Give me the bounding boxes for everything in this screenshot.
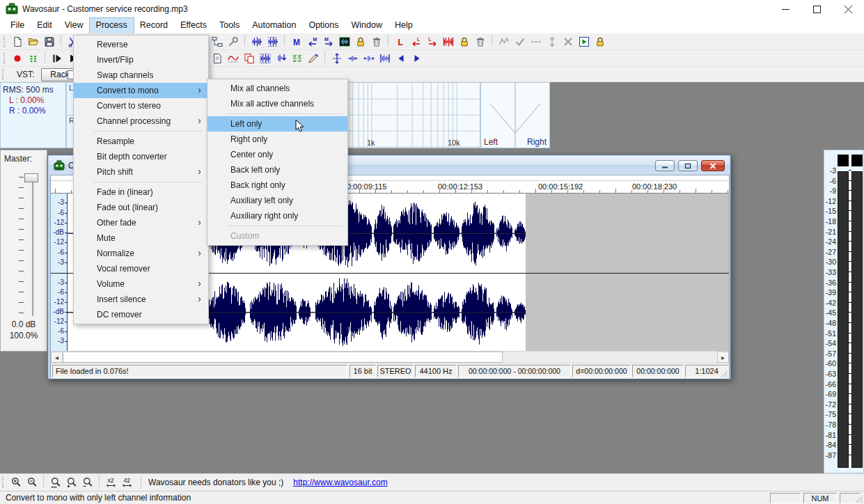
insert-loop-button[interactable]: L [392,35,408,49]
menu-item-right-only[interactable]: Right only [207,132,347,147]
master-fader-track[interactable] [32,175,34,316]
previous-marker-button[interactable]: M [304,35,320,49]
menu-window[interactable]: Window [345,18,388,33]
menu-item-mute[interactable]: Mute [74,230,208,246]
zoom-sel-out-button[interactable] [79,475,95,489]
lock-loops-button[interactable] [456,35,472,49]
monitor-button[interactable] [25,52,41,65]
document-restore-button[interactable] [678,160,698,171]
resample-view-button[interactable] [273,52,289,65]
scrollbar-thumb[interactable] [63,352,503,363]
menu-item-normalize[interactable]: Normalize› [74,246,208,261]
menu-item-fade-in-linear[interactable]: Fade in (linear) [74,184,208,200]
resize-grip-icon[interactable] [720,370,728,378]
menu-item-reverse[interactable]: Reverse [74,37,208,52]
next-marker-button[interactable]: M [320,35,336,49]
menu-item-fade-out-linear[interactable]: Fade out (linear) [74,200,208,215]
menu-item-convert-to-stereo[interactable]: Convert to stereo [74,98,208,113]
analysis-button[interactable] [225,52,241,65]
menu-item-auxiliary-left-only[interactable]: Auxiliary left only [207,193,347,208]
menu-effects[interactable]: Effects [174,18,213,33]
options-wrench-button[interactable] [225,35,241,49]
record-button[interactable] [9,52,25,65]
wave-tool-2-button[interactable] [265,35,281,49]
scroll-right-arrow[interactable]: ▸ [717,352,729,363]
delete-markers-button[interactable] [368,35,384,49]
delete-loops-button[interactable] [472,35,488,49]
menu-item-auxiliary-right-only[interactable]: Auxiliary right only [207,208,347,223]
menu-item-back-right-only[interactable]: Back right only [207,178,347,193]
previous-loop-button[interactable]: L [408,35,424,49]
play-from-start-button[interactable] [49,52,65,65]
statistics-button[interactable] [209,52,225,65]
maximize-button[interactable] [801,0,833,18]
menu-file[interactable]: File [4,18,31,33]
zoom-selection-wave-button[interactable] [377,52,393,65]
draw-button[interactable] [305,52,321,65]
wave-tool-1-button[interactable] [249,35,265,49]
wavosaur-link[interactable]: http://www.wavosaur.com [293,478,387,487]
scroll-left-arrow[interactable]: ◂ [51,352,63,363]
loop-view-button[interactable] [440,35,456,49]
zoom-out-wave-button[interactable] [361,52,377,65]
insert-marker-button[interactable]: M [288,35,304,49]
go-start-button[interactable] [393,52,409,65]
menu-automation[interactable]: Automation [246,18,302,33]
minimize-button[interactable] [770,0,801,18]
menu-help[interactable]: Help [388,18,419,33]
go-end-button[interactable] [409,52,425,65]
left-clip-indicator[interactable] [838,155,849,166]
zoom-vertical-button[interactable] [329,52,345,65]
playlist-button[interactable] [289,52,305,65]
menu-item-invert-flip[interactable]: Invert/Flip [74,52,208,68]
open-file-button[interactable] [25,35,41,49]
resize-grip-icon[interactable] [854,494,863,503]
close-button[interactable] [833,0,864,18]
master-fader-handle[interactable] [24,173,38,182]
menu-options[interactable]: Options [302,18,345,33]
zoom-x2-button[interactable]: x2 [103,475,119,489]
zoom-full-button[interactable] [47,475,63,489]
menu-tools[interactable]: Tools [213,18,246,33]
wave-box-icon [339,36,350,47]
menu-item-center-only[interactable]: Center only [207,147,347,162]
next-loop-button[interactable]: L [424,35,440,49]
document-close-button[interactable] [701,160,725,171]
menu-item-back-left-only[interactable]: Back left only [207,162,347,178]
document-minimize-button[interactable] [655,160,675,171]
menu-item-volume[interactable]: Volume› [74,276,208,292]
menu-item-bit-depth-converter[interactable]: Bit depth converter [74,149,208,164]
zoom-in-wave-button[interactable] [345,52,361,65]
menu-item-vocal-remover[interactable]: Vocal remover [74,261,208,276]
lock-envelope-button[interactable] [592,35,608,49]
menu-process[interactable]: Process [90,18,134,33]
menu-item-mix-all-channels[interactable]: Mix all channels [207,81,347,96]
master-fader-tick [19,177,24,178]
menu-item-swap-channels[interactable]: Swap channels [74,68,208,83]
menu-item-left-only[interactable]: Left only [207,116,347,132]
menu-view[interactable]: View [58,18,90,33]
menu-item-dc-remover[interactable]: DC remover [74,307,208,322]
zoom-out-button[interactable] [24,475,40,489]
zoom-in-button[interactable] [8,475,24,489]
menu-item-mix-all-active-channels[interactable]: Mix all active channels [207,96,347,111]
zoom-x4-button[interactable]: 42 [119,475,135,489]
batch-processor-button[interactable] [209,35,225,49]
menu-item-resample[interactable]: Resample [74,134,208,149]
menu-item-channel-processing[interactable]: Channel processing› [74,113,208,129]
right-clip-indicator[interactable] [851,155,863,166]
zoom-sel-in-button[interactable] [63,475,79,489]
lock-markers-button[interactable] [352,35,368,49]
new-file-button[interactable] [9,35,25,49]
copy-special-button[interactable] [241,52,257,65]
menu-item-insert-silence[interactable]: Insert silence› [74,292,208,307]
menu-item-convert-to-mono[interactable]: Convert to mono› [74,83,208,98]
wave-select-button[interactable] [257,52,273,65]
menu-item-other-fade[interactable]: Other fade› [74,215,208,230]
play-envelope-button[interactable] [576,35,592,49]
menu-record[interactable]: Record [134,18,174,33]
save-file-button[interactable] [41,35,57,49]
menu-item-pitch-shift[interactable]: Pitch shift› [74,164,208,180]
marker-view-button[interactable] [336,35,352,49]
menu-edit[interactable]: Edit [31,18,58,33]
